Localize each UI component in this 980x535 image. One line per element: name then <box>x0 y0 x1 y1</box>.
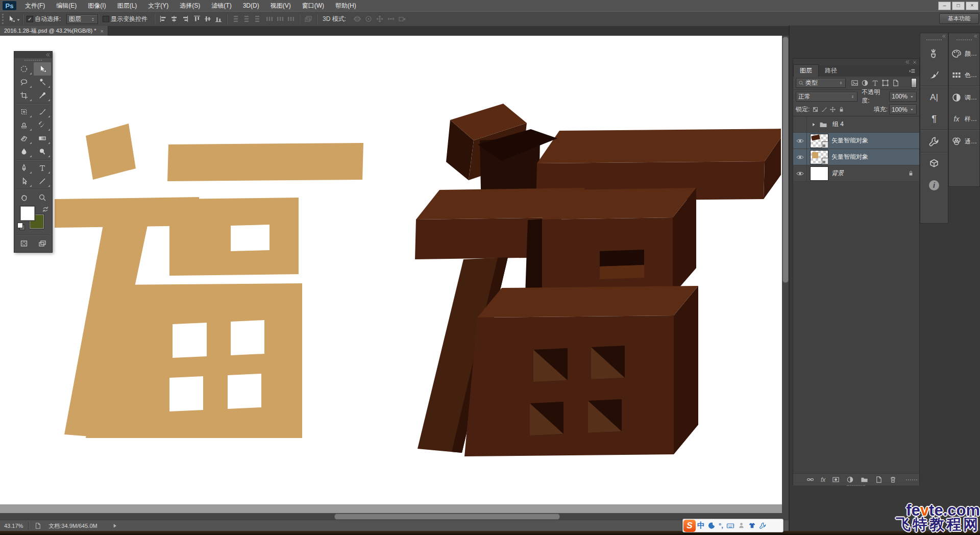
layer-name[interactable]: 背景 <box>831 169 844 178</box>
ime-settings-icon[interactable] <box>759 522 767 529</box>
ime-chinese-mode-icon[interactable]: 中 <box>697 521 705 530</box>
panel-resize-grip[interactable] <box>906 479 917 480</box>
healing-brush-tool[interactable] <box>15 105 33 118</box>
ime-skin-icon[interactable] <box>748 522 756 529</box>
workspace-switcher-button[interactable]: 基本功能 <box>939 13 979 24</box>
delete-layer-icon[interactable] <box>889 476 897 483</box>
panel-icon-channels[interactable]: 通… <box>949 131 979 152</box>
tool-preset-caret-icon[interactable] <box>16 17 21 22</box>
gradient-tool[interactable] <box>34 132 51 145</box>
options-grip[interactable] <box>2 14 4 24</box>
lasso-tool[interactable] <box>15 76 33 89</box>
eraser-tool[interactable] <box>15 132 33 145</box>
layer-style-fx-icon[interactable]: fx <box>821 476 825 483</box>
blur-tool[interactable] <box>15 145 33 158</box>
panel-icon-brush-presets[interactable] <box>920 64 948 86</box>
lock-position-icon[interactable] <box>829 106 836 113</box>
layer-thumbnail[interactable] <box>810 150 828 164</box>
pen-tool[interactable] <box>15 161 33 175</box>
visibility-toggle[interactable] <box>793 149 807 165</box>
layer-row-smart-object-2[interactable]: 矢量智能对象 <box>793 149 919 165</box>
align-right-edges-icon[interactable] <box>181 15 189 22</box>
screen-mode-button[interactable] <box>34 237 51 250</box>
align-vertical-centers-icon[interactable] <box>204 15 212 22</box>
horizontal-scrollbar[interactable] <box>0 513 782 520</box>
document-tab[interactable]: 2016.1.28-福.psd @ 43.2%(RGB/8) * × <box>0 26 108 36</box>
tab-paths[interactable]: 路径 <box>819 65 843 77</box>
filter-toggle[interactable] <box>911 78 917 88</box>
menu-item-file[interactable]: 文件(F) <box>19 0 51 11</box>
vertical-scrollbar-thumb[interactable] <box>782 37 789 283</box>
panel-icon-color[interactable]: 颜… <box>949 43 979 64</box>
clone-stamp-tool[interactable] <box>15 118 33 132</box>
new-group-icon[interactable] <box>861 476 868 483</box>
collapse-panel-icon[interactable] <box>45 52 51 58</box>
menu-item-window[interactable]: 窗口(W) <box>297 0 330 11</box>
layer-name[interactable]: 组 4 <box>832 120 844 129</box>
adjustment-layer-icon[interactable] <box>846 476 854 483</box>
panel-icon-swatches[interactable]: 色… <box>949 64 979 86</box>
align-left-edges-icon[interactable] <box>159 15 168 22</box>
filter-adjustment-layers-icon[interactable] <box>861 79 869 87</box>
panel-icon-3d[interactable] <box>920 153 948 175</box>
ime-fullmoon-icon[interactable] <box>708 522 716 529</box>
eyedropper-tool[interactable] <box>34 89 51 102</box>
lock-pixels-icon[interactable] <box>821 106 827 113</box>
menu-item-filter[interactable]: 滤镜(T) <box>206 0 237 11</box>
menu-item-layer[interactable]: 图层(L) <box>112 0 143 11</box>
auto-select-checkbox[interactable]: ✓ <box>27 16 33 22</box>
align-top-edges-icon[interactable] <box>193 15 202 22</box>
maximize-button[interactable]: □ <box>952 2 965 10</box>
layer-row-group[interactable]: 组 4 <box>793 116 919 133</box>
auto-select-dropdown[interactable]: 图层 <box>66 14 98 24</box>
canvas-area[interactable] <box>0 36 782 504</box>
swap-colors-icon[interactable] <box>42 206 48 212</box>
layer-thumbnail[interactable] <box>810 166 828 181</box>
lock-transparency-icon[interactable] <box>812 106 819 113</box>
move-tool-indicator-icon[interactable] <box>7 15 15 23</box>
filter-smart-objects-icon[interactable] <box>892 79 899 87</box>
show-transform-checkbox[interactable] <box>103 16 109 22</box>
align-bottom-edges-icon[interactable] <box>214 15 223 22</box>
layer-thumbnail[interactable] <box>810 134 828 148</box>
history-brush-tool[interactable] <box>34 118 51 132</box>
magic-wand-tool[interactable] <box>34 76 51 89</box>
layer-row-background[interactable]: 背景 <box>793 165 919 182</box>
dock-column-grip[interactable] <box>920 39 948 43</box>
move-tool[interactable] <box>34 62 51 76</box>
panel-icon-tool-presets[interactable] <box>920 131 948 152</box>
layer-filter-dropdown[interactable]: 类型 <box>796 78 846 88</box>
close-button[interactable]: × <box>966 2 978 10</box>
collapse-panel-icon[interactable] <box>904 59 910 65</box>
crop-tool[interactable] <box>15 89 33 102</box>
add-mask-icon[interactable] <box>832 476 840 483</box>
menu-item-edit[interactable]: 编辑(E) <box>51 0 82 11</box>
status-expand-icon[interactable] <box>112 523 118 529</box>
sogou-logo-icon[interactable]: S <box>683 520 696 532</box>
filter-pixel-layers-icon[interactable] <box>851 79 859 87</box>
collapse-dock-icon[interactable] <box>973 34 978 39</box>
filter-shape-layers-icon[interactable] <box>881 79 889 87</box>
panel-icon-character[interactable]: A| <box>920 87 948 108</box>
ime-punctuation-icon[interactable]: °, <box>719 522 723 529</box>
marquee-tool[interactable] <box>15 62 33 76</box>
tab-close-icon[interactable]: × <box>101 28 104 34</box>
vertical-scrollbar[interactable] <box>782 36 789 513</box>
layer-name[interactable]: 矢量智能对象 <box>831 136 868 145</box>
menu-item-view[interactable]: 视图(V) <box>265 0 297 11</box>
tools-panel-grip[interactable] <box>14 58 52 62</box>
menu-item-type[interactable]: 文字(Y) <box>142 0 174 11</box>
horizontal-scrollbar-thumb[interactable] <box>334 514 560 520</box>
menu-item-select[interactable]: 选择(S) <box>174 0 206 11</box>
panel-icon-paragraph[interactable]: ¶ <box>920 108 948 130</box>
layer-name[interactable]: 矢量智能对象 <box>831 153 868 161</box>
panel-icon-adjustments[interactable]: 调… <box>949 87 979 108</box>
new-layer-icon[interactable] <box>875 476 883 483</box>
zoom-level[interactable]: 43.17% <box>4 523 23 529</box>
type-tool[interactable] <box>34 161 51 175</box>
foreground-color-swatch[interactable] <box>20 206 35 221</box>
dodge-tool[interactable] <box>34 145 51 158</box>
panel-icon-info[interactable]: i <box>920 175 948 196</box>
menu-item-image[interactable]: 图像(I) <box>82 0 111 11</box>
visibility-toggle[interactable] <box>793 165 807 181</box>
